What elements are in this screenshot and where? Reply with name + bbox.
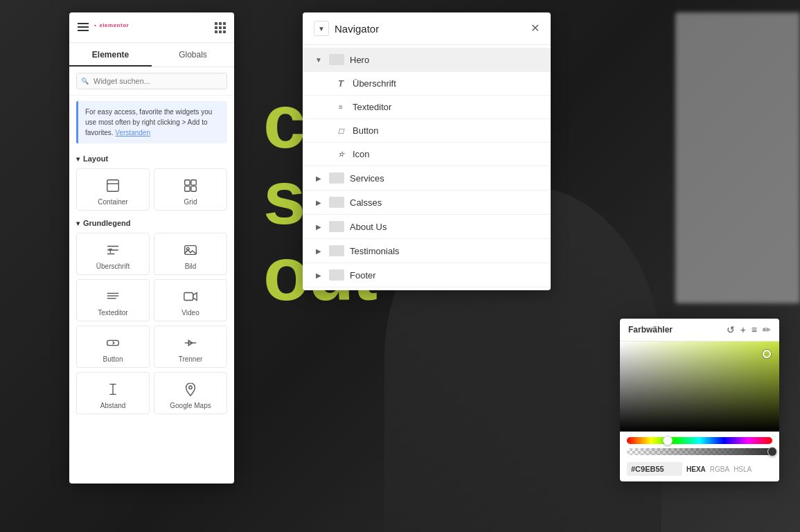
tab-elemente[interactable]: Elemente [69, 43, 152, 66]
video-icon [181, 287, 200, 306]
section-grundlegend-title[interactable]: Grundlegend [69, 213, 234, 230]
uberschrift-icon: T [103, 240, 123, 260]
tab-globals[interactable]: Globals [152, 43, 234, 66]
nav-item-texteditor[interactable]: ≡ Texteditor [303, 96, 551, 119]
alpha-overlay [627, 448, 772, 455]
color-picker-title: Farbwähler [628, 325, 673, 335]
widget-texteditor-label: Texteditor [98, 309, 127, 317]
nav-uberschrift-icon: T [335, 78, 347, 89]
nav-label-icon: Icon [353, 149, 370, 159]
widget-trenner-label: Trenner [179, 355, 203, 363]
widget-video[interactable]: Video [154, 279, 227, 321]
hue-slider[interactable] [627, 437, 772, 444]
widget-trenner[interactable]: Trenner [154, 326, 227, 368]
nav-section-icon-about-us [329, 221, 344, 232]
section-layout-title[interactable]: Layout [69, 149, 234, 166]
mode-hexa[interactable]: HEXA [686, 466, 706, 473]
panel-notice: For easy access, favorite the widgets yo… [76, 101, 227, 143]
trenner-icon [181, 333, 200, 353]
nav-label-testimonials: Testimonials [350, 246, 540, 256]
svg-rect-4 [185, 186, 190, 191]
nav-section-icon-services [329, 172, 344, 184]
nav-label-texteditor: Texteditor [353, 102, 391, 112]
collapse-arrow-icon: ▼ [318, 25, 325, 33]
widget-googlemaps[interactable]: Google Maps [154, 372, 227, 414]
nav-label-button: Button [353, 125, 379, 136]
navigator-panel: ▼ Navigator ✕ ▼ Hero T Überschrift ≡ Tex… [303, 12, 551, 290]
svg-rect-14 [107, 340, 119, 345]
nav-arrow-about-us: ▶ [314, 223, 323, 231]
navigator-list: ▼ Hero T Überschrift ≡ Texteditor ⬚ Butt… [303, 45, 551, 290]
widget-container[interactable]: Container [76, 168, 150, 211]
hamburger-icon[interactable] [78, 23, 89, 31]
color-picker-add-button[interactable]: + [740, 324, 746, 335]
elementor-panel: • elementor Elemente Globals For easy ac… [69, 12, 234, 484]
texteditor-icon [103, 287, 123, 306]
navigator-close-button[interactable]: ✕ [531, 23, 540, 34]
nav-icon-icon: ☆ [335, 150, 347, 158]
svg-rect-5 [191, 186, 196, 191]
bild-icon [181, 240, 200, 260]
widget-video-label: Video [181, 309, 199, 317]
mode-rgba[interactable]: RGBA [710, 466, 729, 473]
apps-grid-icon[interactable] [215, 22, 226, 33]
color-picker-panel: Farbwähler ↺ + ≡ ✏ HEXA RGBA HSLA [620, 319, 779, 481]
nav-texteditor-icon: ≡ [335, 103, 347, 111]
svg-rect-2 [185, 180, 190, 185]
alpha-thumb [767, 447, 777, 456]
nav-item-footer[interactable]: ▶ Footer [303, 263, 551, 287]
widget-grid[interactable]: Grid [154, 168, 227, 211]
panel-header-left: • elementor [78, 22, 129, 33]
panel-header: • elementor [69, 12, 234, 43]
navigator-collapse-button[interactable]: ▼ [314, 21, 329, 36]
color-picker-list-button[interactable]: ≡ [752, 324, 757, 335]
nav-section-icon-hero [329, 54, 344, 65]
mode-hsla[interactable]: HSLA [734, 466, 752, 473]
right-panel-blurred [675, 12, 800, 303]
nav-label-hero: Hero [350, 55, 540, 65]
search-input[interactable] [76, 73, 227, 89]
googlemaps-icon [181, 380, 200, 399]
nav-arrow-testimonials: ▶ [314, 247, 323, 255]
color-picker-eyedropper-button[interactable]: ✏ [763, 324, 771, 335]
notice-link[interactable]: Verstanden [115, 129, 150, 136]
svg-point-20 [189, 386, 193, 389]
nav-arrow-services: ▶ [314, 175, 323, 182]
nav-item-testimonials[interactable]: ▶ Testimonials [303, 239, 551, 263]
widget-button-label: Button [103, 355, 123, 363]
widget-bild[interactable]: Bild [154, 233, 227, 275]
nav-item-services[interactable]: ▶ Services [303, 166, 551, 190]
svg-text:T: T [109, 247, 113, 254]
widget-texteditor[interactable]: Texteditor [76, 279, 150, 321]
layout-widgets-grid: Container Grid [69, 166, 234, 213]
color-picker-header: Farbwähler ↺ + ≡ ✏ [620, 319, 779, 342]
svg-marker-13 [193, 293, 197, 301]
alpha-slider[interactable] [627, 448, 772, 455]
hex-input[interactable] [627, 462, 682, 476]
nav-item-button[interactable]: ⬚ Button [303, 119, 551, 143]
widget-uberschrift[interactable]: T Überschrift [76, 233, 150, 275]
nav-item-about-us[interactable]: ▶ About Us [303, 215, 551, 239]
button-icon [103, 333, 123, 353]
nav-item-hero[interactable]: ▼ Hero [303, 48, 551, 72]
abstand-icon [103, 380, 123, 399]
widget-googlemaps-label: Google Maps [170, 402, 211, 409]
nav-item-icon[interactable]: ☆ Icon [303, 143, 551, 166]
nav-label-about-us: About Us [350, 222, 540, 232]
nav-item-calsses[interactable]: ▶ Calsses [303, 190, 551, 215]
color-picker-reset-button[interactable]: ↺ [727, 324, 735, 335]
nav-section-icon-footer [329, 269, 344, 281]
color-picker-gradient-canvas[interactable] [620, 342, 779, 432]
svg-rect-3 [191, 180, 196, 185]
nav-section-icon-calsses [329, 197, 344, 208]
widget-container-label: Container [98, 198, 127, 206]
nav-button-icon: ⬚ [335, 127, 347, 134]
nav-label-uberschrift: Überschrift [353, 78, 396, 89]
widget-grid-label: Grid [184, 198, 197, 206]
container-icon [103, 176, 123, 195]
nav-item-uberschrift[interactable]: T Überschrift [303, 72, 551, 96]
widget-button[interactable]: Button [76, 326, 150, 368]
color-picker-hex-row: HEXA RGBA HSLA [620, 458, 779, 481]
grid-widget-icon [181, 176, 200, 195]
widget-abstand[interactable]: Abstand [76, 372, 150, 414]
